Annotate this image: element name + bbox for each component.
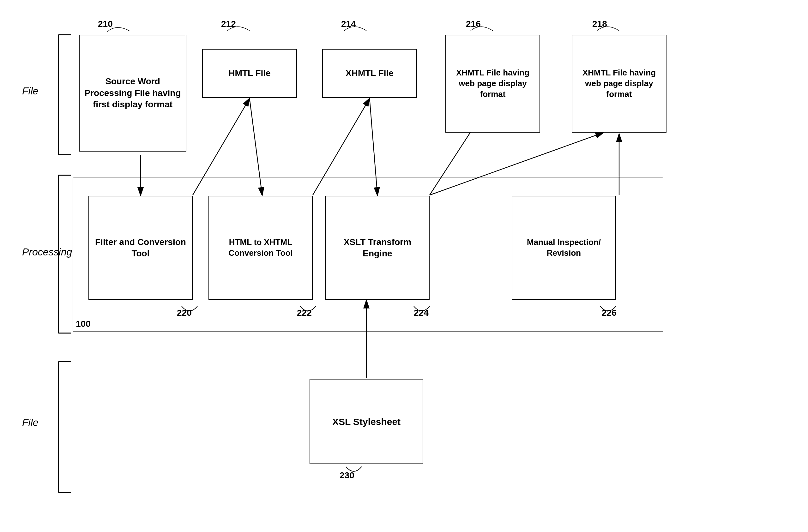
box-html-xhtml-tool: HTML to XHTML Conversion Tool	[208, 196, 313, 300]
box-xhmtl-web1: XHMTL File having web page display forma…	[445, 35, 540, 133]
ref-230: 230	[339, 471, 354, 480]
box-source-file: Source Word Processing File having first…	[79, 35, 186, 152]
box-xhmtl-web2: XHMTL File having web page display forma…	[572, 35, 666, 133]
box-filter-tool: Filter and Conversion Tool	[89, 196, 193, 300]
box-manual-inspection: Manual Inspection/ Revision	[512, 196, 616, 300]
label-file-top: File	[22, 85, 39, 97]
ref-216: 216	[466, 19, 481, 29]
ref-224: 224	[414, 308, 429, 318]
ref-218: 218	[592, 19, 607, 29]
ref-214: 214	[341, 19, 356, 29]
ref-222: 222	[297, 308, 312, 318]
ref-210: 210	[98, 19, 113, 29]
label-processing: Processing	[22, 246, 72, 258]
box-hmtl-file: HMTL File	[202, 49, 297, 98]
ref-220: 220	[177, 308, 192, 318]
ref-226: 226	[602, 308, 617, 318]
box-xslt-engine: XSLT Transform Engine	[325, 196, 429, 300]
ref-100: 100	[76, 319, 91, 329]
box-xsl-stylesheet: XSL Stylesheet	[310, 379, 423, 464]
box-xhmtl-file: XHMTL File	[322, 49, 417, 98]
label-file-bottom: File	[22, 417, 39, 429]
ref-212: 212	[221, 19, 236, 29]
diagram-container: File Processing File 210 212 214 216 218…	[0, 0, 808, 532]
